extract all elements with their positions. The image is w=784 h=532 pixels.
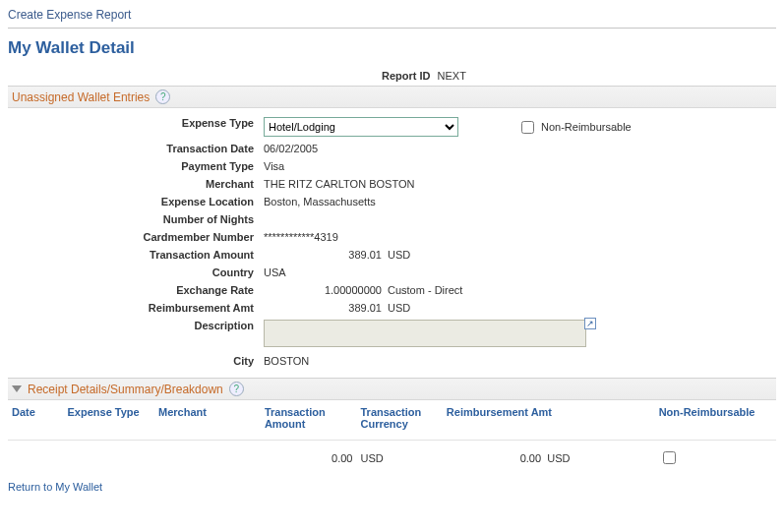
report-id-row: Report ID NEXT	[8, 66, 776, 86]
expense-type-select[interactable]: Hotel/Lodging	[264, 117, 458, 137]
cell-txn-amount: 0.00	[332, 452, 352, 464]
return-to-wallet-link[interactable]: Return to My Wallet	[8, 475, 102, 499]
cell-reimb-currency: USD	[547, 452, 570, 464]
collapse-toggle-icon[interactable]	[12, 385, 22, 392]
help-icon[interactable]: ?	[155, 89, 170, 104]
cell-merchant	[154, 441, 261, 476]
col-date[interactable]: Date	[8, 400, 64, 441]
value-transaction-amount: 389.01	[264, 249, 382, 261]
label-expense-type: Expense Type	[8, 117, 264, 129]
label-city: City	[8, 355, 264, 367]
col-merchant[interactable]: Merchant	[154, 400, 261, 441]
page-title: Create Expense Report	[8, 6, 776, 29]
report-id-value: NEXT	[438, 70, 466, 82]
col-non-reimb[interactable]: Non-Reimbursable	[655, 400, 776, 441]
value-country: USA	[264, 266, 286, 278]
label-cardmember-number: Cardmember Number	[8, 231, 264, 243]
col-reimb-amt[interactable]: Reimbursement Amt	[443, 400, 574, 441]
value-cardmember-number: ************4319	[264, 231, 338, 243]
label-payment-type: Payment Type	[8, 160, 264, 172]
popout-icon[interactable]: ↗	[584, 318, 596, 329]
label-expense-location: Expense Location	[8, 196, 264, 207]
label-country: Country	[8, 266, 264, 278]
col-txn-currency[interactable]: Transaction Currency	[357, 400, 443, 441]
non-reimbursable-checkbox[interactable]	[521, 121, 534, 134]
row-non-reimbursable-checkbox[interactable]	[663, 451, 676, 464]
cell-reimb-amt: 0.00	[520, 452, 541, 464]
value-merchant: THE RITZ CARLTON BOSTON	[264, 178, 414, 190]
unassigned-wallet-title: Unassigned Wallet Entries	[12, 90, 150, 104]
label-reimbursement-amt: Reimbursement Amt	[8, 302, 264, 314]
value-reimbursement-currency: USD	[382, 302, 410, 314]
value-exchange-rate: 1.00000000	[264, 284, 382, 296]
form-area: Expense Type Hotel/Lodging Non-Reimbursa…	[8, 108, 776, 378]
value-reimbursement-amt: 389.01	[264, 302, 382, 314]
receipt-details-bar[interactable]: Receipt Details/Summary/Breakdown ?	[8, 378, 776, 400]
value-expense-location: Boston, Massachusetts	[264, 196, 376, 207]
value-transaction-date: 06/02/2005	[264, 143, 318, 154]
label-merchant: Merchant	[8, 178, 264, 190]
receipt-details-title: Receipt Details/Summary/Breakdown	[28, 383, 223, 396]
label-transaction-amount: Transaction Amount	[8, 249, 264, 261]
label-transaction-date: Transaction Date	[8, 143, 264, 154]
description-input[interactable]	[264, 320, 586, 347]
non-reimbursable-field[interactable]: Non-Reimbursable	[517, 118, 632, 137]
table-row: 0.00 USD 0.00 USD	[8, 441, 776, 476]
non-reimbursable-label: Non-Reimbursable	[541, 121, 632, 133]
col-txn-amount[interactable]: Transaction Amount	[261, 400, 357, 441]
receipt-grid: Date Expense Type Merchant Transaction A…	[8, 400, 776, 475]
cell-date	[8, 441, 64, 476]
value-payment-type: Visa	[264, 160, 284, 172]
col-expense-type[interactable]: Expense Type	[64, 400, 154, 441]
label-description: Description	[8, 320, 264, 331]
value-transaction-currency: USD	[382, 249, 410, 261]
label-number-of-nights: Number of Nights	[8, 213, 264, 225]
unassigned-wallet-bar: Unassigned Wallet Entries ?	[8, 86, 776, 108]
label-exchange-rate: Exchange Rate	[8, 284, 264, 296]
value-city: BOSTON	[264, 355, 309, 367]
cell-expense-type	[64, 441, 154, 476]
help-icon[interactable]: ?	[229, 382, 244, 396]
cell-txn-currency: USD	[361, 452, 384, 464]
report-id-label: Report ID	[382, 70, 431, 82]
value-exchange-rate-note: Custom - Direct	[382, 284, 462, 296]
section-heading: My Wallet Detail	[8, 29, 776, 66]
